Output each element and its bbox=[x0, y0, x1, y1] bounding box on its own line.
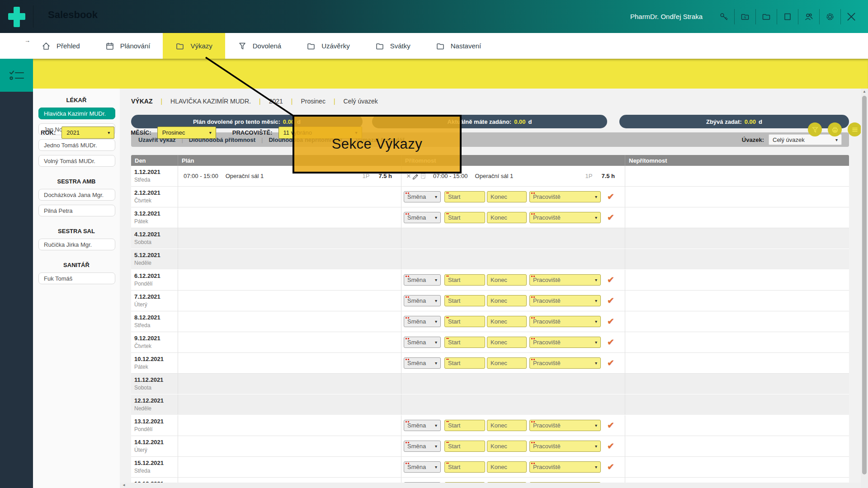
topbar-actions: PharmDr. Ondřej Straka N bbox=[630, 0, 862, 33]
workplace-row-select[interactable]: Pracoviště▾ bbox=[529, 274, 601, 286]
plan-cell bbox=[178, 228, 401, 249]
shift-select[interactable]: Směna▾ bbox=[404, 274, 441, 286]
scroll-left-arrow[interactable]: ◄ bbox=[122, 483, 126, 487]
workplace-row-select[interactable]: Pracoviště▾ bbox=[529, 420, 601, 431]
end-time-input[interactable]: Konec bbox=[487, 441, 527, 452]
end-time-input[interactable]: Konec bbox=[487, 274, 527, 286]
sidebar-item[interactable]: Ručička Jirka Mgr. bbox=[38, 239, 115, 250]
scrollbar-thumb[interactable] bbox=[862, 96, 867, 474]
end-time-input[interactable]: Konec bbox=[487, 295, 527, 306]
end-time-input[interactable]: Konec bbox=[487, 357, 527, 369]
shift-select[interactable]: Směna▾ bbox=[404, 357, 441, 369]
app-logo-icon[interactable] bbox=[8, 7, 25, 27]
shift-select[interactable]: Směna▾ bbox=[404, 191, 441, 202]
sidebar-item[interactable]: Docházková Jana Mgr. bbox=[38, 189, 115, 201]
end-time-input[interactable]: Konec bbox=[487, 337, 527, 348]
sidebar-item[interactable]: Pilná Petra bbox=[38, 205, 115, 216]
shift-select[interactable]: Směna▾ bbox=[404, 441, 441, 452]
confirm-row-button[interactable]: ✔ bbox=[607, 317, 614, 326]
start-time-input[interactable]: Start bbox=[444, 441, 485, 452]
end-time-input[interactable]: Konec bbox=[487, 316, 527, 327]
workplace-row-select[interactable]: Pracoviště▾ bbox=[529, 357, 601, 369]
nav-tab-3[interactable]: Dovolená bbox=[225, 33, 294, 59]
sidebar-item[interactable]: Hlavička Kazimír MUDr. bbox=[38, 108, 115, 119]
sidebar-item[interactable]: Fuk Tomáš bbox=[38, 272, 115, 284]
table-row: 7.12.2021ÚterýSměna▾StartKonecPracoviště… bbox=[131, 291, 849, 311]
end-time-input[interactable]: Konec bbox=[487, 212, 527, 223]
end-time-input[interactable]: Konec bbox=[487, 191, 527, 202]
row-day-name: Čtvrtek bbox=[134, 197, 178, 204]
shift-select[interactable]: Směna▾ bbox=[404, 212, 441, 223]
key-icon[interactable] bbox=[713, 12, 734, 22]
menu-button[interactable] bbox=[848, 122, 862, 136]
row-day-name: Sobota bbox=[134, 385, 178, 391]
folder-icon bbox=[436, 42, 445, 51]
close-icon[interactable] bbox=[841, 11, 862, 23]
workplace-row-select[interactable]: Pracoviště▾ bbox=[529, 191, 601, 202]
sidebar-group-heading: LÉKAŘ bbox=[33, 97, 120, 103]
confirm-row-button[interactable]: ✔ bbox=[607, 338, 614, 347]
day-cell: 12.12.2021Neděle bbox=[131, 394, 178, 415]
shift-select[interactable]: Směna▾ bbox=[404, 420, 441, 431]
end-time-input[interactable]: Konec bbox=[487, 461, 527, 473]
plan-place: Operační sál 1 bbox=[226, 173, 264, 179]
confirm-row-button[interactable]: ✔ bbox=[607, 213, 614, 222]
start-time-input[interactable]: Start bbox=[444, 295, 485, 306]
nav-tab-4[interactable]: Uzávěrky bbox=[294, 33, 363, 59]
nav-tabs: PřehledPlánováníVýkazyDovolenáUzávěrkySv… bbox=[29, 33, 494, 59]
confirm-row-button[interactable]: ✔ bbox=[607, 359, 614, 367]
confirm-row-button[interactable]: ✔ bbox=[607, 421, 614, 430]
users-icon[interactable] bbox=[798, 12, 819, 22]
print-button[interactable] bbox=[828, 122, 842, 136]
start-time-input[interactable]: Start bbox=[444, 337, 485, 348]
sidebar-item[interactable]: Jedno Tomáš MUDr. bbox=[38, 139, 115, 151]
edit-entry-icon[interactable] bbox=[412, 173, 419, 179]
shift-select[interactable]: Směna▾ bbox=[404, 316, 441, 327]
folder-icon[interactable] bbox=[756, 12, 777, 22]
workplace-row-select[interactable]: Pracoviště▾ bbox=[529, 461, 601, 473]
nav-tab-0[interactable]: Přehled bbox=[29, 33, 93, 59]
copy-entry-icon[interactable] bbox=[420, 173, 426, 179]
start-time-input[interactable]: Start bbox=[444, 191, 485, 202]
folder-n-icon[interactable]: N bbox=[735, 12, 755, 22]
start-time-input[interactable]: Start bbox=[444, 357, 485, 369]
scroll-up-arrow[interactable]: ▲ bbox=[863, 90, 866, 94]
workplace-row-select[interactable]: Pracoviště▾ bbox=[529, 316, 601, 327]
nav-tab-5[interactable]: Svátky bbox=[363, 33, 423, 59]
presence-badge: 1P bbox=[585, 173, 592, 179]
confirm-row-button[interactable]: ✔ bbox=[607, 463, 614, 471]
end-time-input[interactable]: Konec bbox=[487, 420, 527, 431]
confirm-row-button[interactable]: ✔ bbox=[607, 276, 614, 284]
worklist-rail-tab[interactable] bbox=[0, 59, 33, 92]
workplace-row-select[interactable]: Pracoviště▾ bbox=[529, 441, 601, 452]
shift-select[interactable]: Směna▾ bbox=[404, 295, 441, 306]
chevron-down-icon: ▾ bbox=[435, 277, 437, 282]
nav-tab-2[interactable]: Výkazy bbox=[163, 33, 225, 59]
shift-select[interactable]: Směna▾ bbox=[404, 337, 441, 348]
year-select[interactable]: 2021 ▾ bbox=[61, 127, 114, 139]
horizontal-scrollbar[interactable]: ◄ bbox=[120, 483, 861, 488]
start-time-input[interactable]: Start bbox=[444, 212, 485, 223]
table-row: 15.12.2021StředaSměna▾StartKonecPracoviš… bbox=[131, 457, 849, 478]
vertical-scrollbar[interactable]: ▲ bbox=[861, 89, 868, 488]
window-icon[interactable] bbox=[777, 12, 798, 22]
start-time-input[interactable]: Start bbox=[444, 420, 485, 431]
workplace-row-select[interactable]: Pracoviště▾ bbox=[529, 212, 601, 223]
confirm-row-button[interactable]: ✔ bbox=[607, 442, 614, 450]
nav-tab-1[interactable]: Plánování bbox=[93, 33, 163, 59]
day-cell: 15.12.2021Středa bbox=[131, 457, 178, 477]
nav-tab-6[interactable]: Nastavení bbox=[423, 33, 494, 59]
gear-icon[interactable] bbox=[820, 12, 840, 22]
workplace-row-select[interactable]: Pracoviště▾ bbox=[529, 337, 601, 348]
user-name[interactable]: PharmDr. Ondřej Straka bbox=[630, 13, 703, 20]
start-time-input[interactable]: Start bbox=[444, 461, 485, 473]
month-select[interactable]: Prosinec ▾ bbox=[157, 127, 216, 139]
shift-select[interactable]: Směna▾ bbox=[404, 461, 441, 473]
sidebar-item[interactable]: Volný Tomáš MUDr. bbox=[38, 155, 115, 167]
filter-funnel-button[interactable] bbox=[808, 122, 822, 136]
start-time-input[interactable]: Start bbox=[444, 274, 485, 286]
start-time-input[interactable]: Start bbox=[444, 316, 485, 327]
confirm-row-button[interactable]: ✔ bbox=[607, 296, 614, 305]
workplace-row-select[interactable]: Pracoviště▾ bbox=[529, 295, 601, 306]
confirm-row-button[interactable]: ✔ bbox=[607, 192, 614, 201]
